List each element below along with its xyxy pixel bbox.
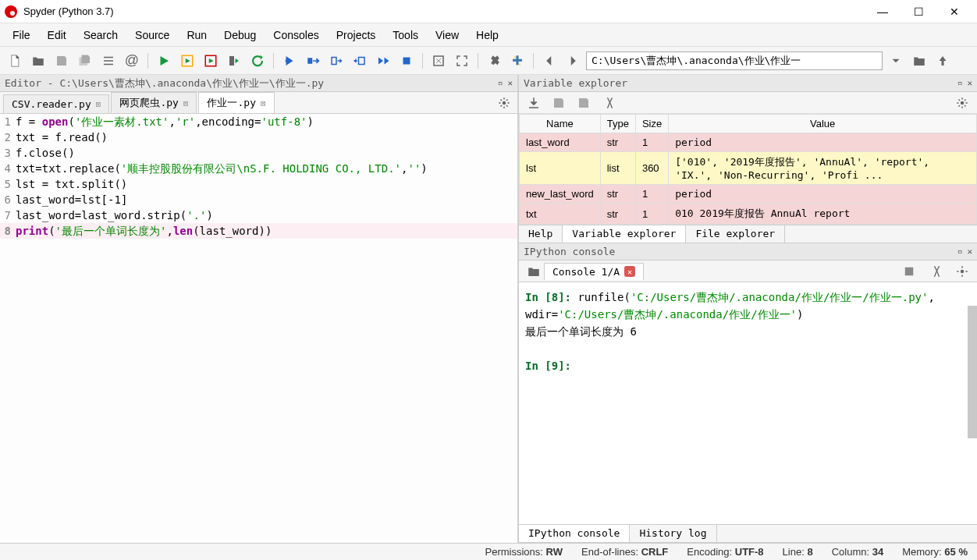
console-clear-button[interactable] (925, 261, 946, 282)
console-output[interactable]: In [8]: runfile('C:/Users/曹杰坤/.anaconda/… (519, 282, 977, 524)
svg-rect-8 (905, 267, 914, 275)
editor-tabs: CSV.reader.py⊠网页爬虫.py⊠作业一.py⊠ (0, 92, 517, 114)
minimize-button[interactable]: — (865, 0, 901, 23)
var-undock-icon[interactable]: ▫ (957, 78, 963, 88)
svg-point-6 (503, 101, 506, 105)
debug-step-out-button[interactable] (350, 51, 370, 71)
menu-source[interactable]: Source (127, 26, 177, 44)
debug-continue-button[interactable] (373, 51, 393, 71)
editor-tab[interactable]: 网页爬虫.py⊠ (111, 92, 197, 113)
save-all-button[interactable] (75, 51, 95, 71)
var-explorer-title: Variable explorer ▫✕ (519, 75, 977, 92)
editor-pane-title: Editor - C:\Users\曹杰坤\.anaconda\作业\作业一\作… (0, 75, 517, 92)
save-data-as-button[interactable] (574, 93, 594, 113)
working-dir-input[interactable]: C:\Users\曹杰坤\.anaconda\作业\作业一 (586, 51, 883, 70)
python-path-button[interactable] (507, 51, 528, 71)
menu-file[interactable]: File (5, 26, 38, 44)
preferences-button[interactable] (484, 51, 504, 71)
var-subtab[interactable]: Help (519, 225, 563, 243)
editor-undock-icon[interactable]: ▫ (498, 78, 503, 88)
variable-table[interactable]: NameTypeSizeValue last_wordstr1periodlst… (519, 114, 977, 225)
window-title: Spyder (Python 3.7) (23, 5, 114, 17)
tab-close-icon[interactable]: ⊠ (261, 98, 266, 108)
var-subtab[interactable]: Variable explorer (563, 225, 686, 243)
svg-point-4 (514, 56, 516, 58)
editor-tab[interactable]: 作业一.py⊠ (198, 92, 274, 113)
menu-edit[interactable]: Edit (40, 26, 74, 44)
debug-step-button[interactable] (303, 51, 323, 71)
import-data-button[interactable] (524, 93, 544, 113)
console-subtab[interactable]: History log (630, 525, 716, 542)
menu-run[interactable]: Run (179, 26, 215, 44)
forward-button[interactable] (563, 51, 583, 71)
console-browse-button[interactable] (524, 261, 544, 282)
console-undock-icon[interactable]: ▫ (957, 246, 963, 257)
editor-tab[interactable]: CSV.reader.py⊠ (3, 94, 109, 113)
tab-close-icon[interactable]: ⊠ (183, 98, 189, 108)
menu-search[interactable]: Search (76, 26, 126, 44)
console-stop-button[interactable] (899, 261, 919, 282)
console-pane-title: IPython console ▫✕ (519, 243, 977, 261)
svg-point-9 (961, 269, 965, 273)
fullscreen-button[interactable] (452, 51, 472, 71)
back-button[interactable] (539, 51, 560, 71)
parent-dir-button[interactable] (933, 51, 953, 71)
new-file-button[interactable] (5, 51, 25, 71)
remove-var-button[interactable] (599, 93, 619, 113)
editor-close-icon[interactable]: ✕ (507, 78, 513, 88)
path-dropdown-button[interactable] (886, 51, 906, 71)
open-file-button[interactable] (28, 51, 48, 71)
console-close-icon[interactable]: ✕ (967, 246, 972, 257)
menu-consoles[interactable]: Consoles (265, 26, 326, 44)
run-button[interactable] (154, 51, 174, 71)
var-row[interactable]: lstlist360['010', '2019年度报告', 'AnnuAl', … (520, 152, 977, 185)
run-selection-button[interactable] (224, 51, 244, 71)
close-button[interactable]: ✕ (936, 0, 972, 23)
debug-step-in-button[interactable] (326, 51, 346, 71)
var-options-button[interactable] (952, 93, 972, 113)
maximize-pane-button[interactable] (428, 51, 449, 71)
var-row[interactable]: new_last_wordstr1period (520, 185, 977, 204)
browse-dir-button[interactable] (909, 51, 929, 71)
editor-options-button[interactable] (494, 93, 514, 113)
menu-projects[interactable]: Projects (329, 26, 384, 44)
menu-view[interactable]: View (428, 26, 467, 44)
console-subtab[interactable]: IPython console (519, 525, 630, 542)
var-subtab[interactable]: File explorer (686, 225, 785, 243)
save-button[interactable] (52, 51, 72, 71)
maximize-button[interactable]: ☐ (901, 0, 936, 23)
var-sub-tabs: HelpVariable explorerFile explorer (519, 225, 977, 243)
rerun-button[interactable] (247, 51, 268, 71)
outline-button[interactable] (98, 51, 119, 71)
spyder-logo-icon (5, 5, 17, 18)
tab-close-icon[interactable]: ⊠ (96, 99, 101, 109)
run-cell-button[interactable] (177, 51, 197, 71)
menu-debug[interactable]: Debug (216, 26, 264, 44)
at-button[interactable]: @ (122, 51, 142, 71)
code-editor[interactable]: 1f = open('作业一素材.txt','r',encoding='utf-… (0, 114, 517, 543)
menubar: FileEditSearchSourceRunDebugConsolesProj… (0, 23, 977, 47)
titlebar: Spyder (Python 3.7) — ☐ ✕ (0, 0, 977, 23)
toolbar: @ C:\Users\曹杰坤\.anaconda\作业\作业一 (0, 47, 977, 75)
var-row[interactable]: txtstr1010 2019年度报告 AnnuAl report (520, 204, 977, 225)
console-options-button[interactable] (952, 261, 972, 282)
console-sub-tabs: IPython consoleHistory log (519, 524, 977, 543)
save-data-button[interactable] (549, 93, 569, 113)
svg-rect-2 (403, 57, 410, 64)
debug-button[interactable] (279, 51, 300, 71)
menu-tools[interactable]: Tools (385, 26, 426, 44)
console-tab-close-icon[interactable]: ✕ (624, 266, 635, 277)
svg-point-7 (961, 101, 965, 105)
statusbar: Permissions: RW End-of-lines: CRLF Encod… (0, 543, 977, 560)
run-cell-advance-button[interactable] (201, 51, 221, 71)
var-close-icon[interactable]: ✕ (967, 78, 972, 88)
debug-stop-button[interactable] (396, 51, 417, 71)
menu-help[interactable]: Help (468, 26, 506, 44)
console-tab[interactable]: Console 1/A✕ (544, 263, 644, 280)
var-row[interactable]: last_wordstr1period (520, 133, 977, 152)
svg-point-5 (519, 63, 520, 65)
